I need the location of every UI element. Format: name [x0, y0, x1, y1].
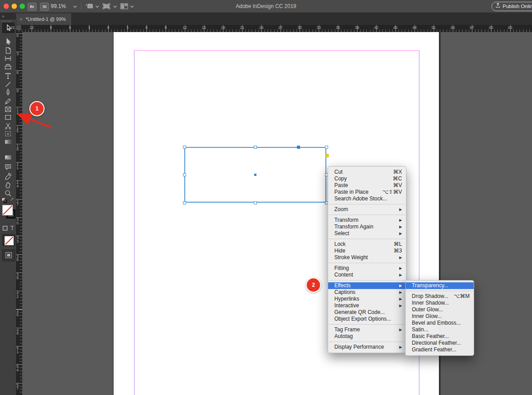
- menu-separator: [329, 342, 406, 342]
- margin-guide-top: [134, 50, 419, 51]
- tools-panel: [0, 20, 16, 395]
- menu-item-stroke-weight[interactable]: Stroke Weight▶: [328, 254, 406, 261]
- hruler-label: 12: [183, 25, 187, 30]
- ruler-origin-icon[interactable]: [16, 25, 21, 30]
- pencil-tool-icon[interactable]: [4, 97, 12, 106]
- menu-item-inner-shadow[interactable]: Inner Shadow...: [406, 300, 474, 306]
- document-tab[interactable]: × *Untitled-1 @ 99%: [16, 13, 71, 25]
- menu-item-tag-frame[interactable]: Tag Frame▶: [328, 326, 406, 333]
- menu-item-basic-feather[interactable]: Basic Feather...: [406, 333, 474, 340]
- rectangle-tool-icon[interactable]: [4, 113, 12, 122]
- menu-item-search-adobe-stock[interactable]: Search Adobe Stock...: [328, 195, 406, 202]
- tab-label: *Untitled-1 @ 99%: [25, 16, 66, 22]
- menu-item-transform-again[interactable]: Transform Again▶: [328, 224, 406, 230]
- publish-online-button[interactable]: Publish Online: [491, 2, 532, 11]
- menu-item-lock[interactable]: Lock⌘L: [328, 241, 406, 248]
- direct-selection-tool-icon[interactable]: [4, 37, 12, 46]
- menu-item-hide[interactable]: Hide⌘3: [328, 248, 406, 254]
- menu-item-label: Effects: [334, 282, 350, 289]
- vruler-label: 9: [16, 90, 19, 93]
- submenu-arrow-icon: ▶: [399, 217, 402, 224]
- vruler-label: 1 2: [16, 108, 19, 114]
- hruler-label: 30: [297, 25, 301, 30]
- menu-item-paste-in-place[interactable]: Paste in Place⌥⇧⌘V: [328, 189, 406, 195]
- hruler-label: 18: [221, 25, 225, 30]
- menu-item-paste[interactable]: Paste⌘V: [328, 182, 406, 189]
- menu-item-drop-shadow[interactable]: Drop Shadow...⌥⌘M: [406, 293, 474, 300]
- menu-item-hyperlinks[interactable]: Hyperlinks▶: [328, 296, 406, 302]
- menu-item-label: Bevel and Emboss...: [412, 320, 461, 326]
- zoom-tool-icon[interactable]: [4, 189, 12, 198]
- scissors-tool-icon[interactable]: [4, 122, 12, 130]
- menu-item-label: Hyperlinks: [334, 296, 359, 302]
- tab-close-icon[interactable]: ×: [20, 16, 22, 22]
- vruler-label: 2 4: [16, 181, 19, 188]
- hruler-label: 0: [107, 25, 110, 30]
- panel-expander-icon[interactable]: »: [2, 14, 4, 19]
- hruler-label: 6: [69, 25, 71, 30]
- line-tool-icon[interactable]: [4, 80, 12, 89]
- handle-top-center[interactable]: [254, 146, 257, 149]
- vertical-ruler[interactable]: 03691 21 51 82 12 42 73 03 33 63 94 24 5…: [16, 32, 23, 395]
- menu-item-effects[interactable]: Effects▶: [328, 282, 406, 289]
- submenu-arrow-icon: ▶: [399, 265, 402, 272]
- gap-tool-icon[interactable]: [4, 54, 12, 63]
- corner-edit-handle[interactable]: [325, 154, 329, 157]
- menu-separator: [329, 263, 406, 263]
- menu-item-gradient-feather[interactable]: Gradient Feather...: [406, 346, 474, 353]
- page-tool-icon[interactable]: [4, 46, 12, 55]
- menu-item-select[interactable]: Select▶: [328, 230, 406, 237]
- menu-item-satin[interactable]: Satin...: [406, 326, 474, 333]
- frame-center-point[interactable]: [254, 174, 256, 176]
- menu-item-shortcut: ⌥⇧⌘V: [382, 189, 402, 195]
- menu-item-label: Transparency...: [412, 282, 448, 289]
- menu-item-label: Paste: [334, 182, 348, 189]
- menu-item-content[interactable]: Content▶: [328, 272, 406, 278]
- menu-item-inner-glow[interactable]: Inner Glow...: [406, 313, 474, 320]
- handle-middle-left[interactable]: [183, 173, 186, 176]
- menu-item-bevel-and-emboss[interactable]: Bevel and Emboss...: [406, 320, 474, 326]
- handle-selected-solid[interactable]: [297, 146, 300, 149]
- menu-item-copy[interactable]: Copy⌘C: [328, 175, 406, 182]
- menu-item-label: Lock: [334, 241, 345, 248]
- menu-item-directional-feather[interactable]: Directional Feather...: [406, 340, 474, 346]
- type-tool-icon[interactable]: [4, 72, 12, 80]
- screen-mode-button[interactable]: [2, 249, 15, 261]
- handle-top-left[interactable]: [183, 146, 186, 149]
- menu-item-captions[interactable]: Captions▶: [328, 289, 406, 296]
- hruler-label: 48: [412, 25, 416, 30]
- hand-tool-icon[interactable]: [4, 181, 12, 189]
- menu-item-display-performance[interactable]: Display Performance▶: [328, 344, 406, 350]
- menu-item-cut[interactable]: Cut⌘X: [328, 169, 406, 175]
- menu-item-zoom[interactable]: Zoom▶: [328, 206, 406, 213]
- menu-item-autotag[interactable]: Autotag: [328, 333, 406, 340]
- menu-item-fitting[interactable]: Fitting▶: [328, 265, 406, 272]
- free-transform-tool-icon[interactable]: [4, 130, 12, 138]
- color-theme-tool-icon[interactable]: [4, 172, 12, 180]
- gradient-swatch-tool-icon[interactable]: [4, 138, 12, 146]
- note-tool-icon[interactable]: [4, 163, 12, 171]
- gradient-feather-tool-icon[interactable]: [4, 153, 12, 162]
- menu-item-label: Search Adobe Stock...: [334, 195, 387, 202]
- panel-drag-handle[interactable]: [1, 20, 11, 22]
- menu-item-transform[interactable]: Transform▶: [328, 217, 406, 224]
- frame-tool-icon[interactable]: [4, 105, 12, 114]
- submenu-arrow-icon: ▶: [399, 224, 402, 230]
- menu-item-outer-glow[interactable]: Outer Glow...: [406, 306, 474, 313]
- apply-none-button[interactable]: [2, 234, 15, 246]
- menu-item-object-export-options[interactable]: Object Export Options...: [328, 316, 406, 322]
- horizontal-ruler[interactable]: 1512963036912151821242730333639424548515…: [16, 25, 532, 33]
- pen-tool-icon[interactable]: [4, 88, 12, 97]
- hruler-label: 24: [259, 25, 263, 30]
- content-collector-icon[interactable]: [4, 62, 12, 71]
- handle-bottom-center[interactable]: [254, 201, 257, 204]
- fill-swatch-none[interactable]: [2, 205, 13, 216]
- annotation-step-1: 1: [29, 101, 45, 116]
- handle-top-right[interactable]: [325, 146, 328, 149]
- menu-separator: [329, 324, 406, 325]
- menu-item-transparency[interactable]: Transparency...: [406, 282, 474, 289]
- menu-item-generate-qr-code[interactable]: Generate QR Code...: [328, 309, 406, 316]
- menu-item-interactive[interactable]: Interactive▶: [328, 302, 406, 309]
- handle-bottom-left[interactable]: [183, 201, 186, 204]
- submenu-arrow-icon: ▶: [399, 344, 402, 350]
